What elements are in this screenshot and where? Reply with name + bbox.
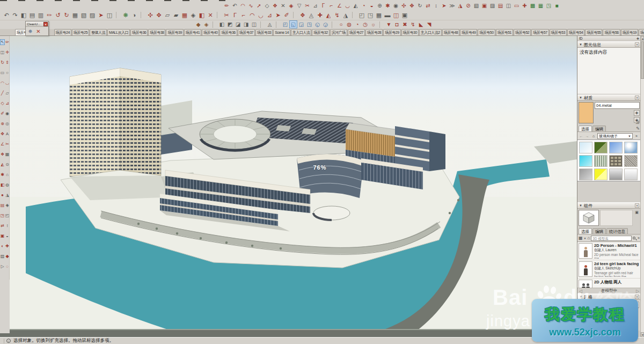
tool-icon[interactable]: ◧ xyxy=(197,11,206,20)
tool-icon[interactable]: ◶ xyxy=(321,20,330,28)
tool-icon[interactable]: ∠ xyxy=(335,2,343,10)
entity-info-header[interactable]: ▼ 图元信息 ▾ xyxy=(577,41,641,48)
draw-tool-icon[interactable]: ▤ xyxy=(1,203,5,208)
tool-icon[interactable]: ◇ xyxy=(263,2,271,10)
tool-icon[interactable]: ☼ xyxy=(369,20,377,28)
tool-icon[interactable]: ◮ xyxy=(341,11,350,20)
scroll-down-icon[interactable]: ▼ xyxy=(641,332,644,337)
details-arrow-icon[interactable]: » xyxy=(633,133,640,139)
create-material-icon[interactable]: ✚ xyxy=(634,110,640,116)
tool-icon[interactable]: ∿ xyxy=(247,2,255,10)
tool-icon[interactable]: ◆ xyxy=(194,20,202,28)
tray-titlebar[interactable]: ID ✚ xyxy=(577,36,641,41)
material-swatch[interactable] xyxy=(609,142,623,153)
tool-icon[interactable]: ✏ xyxy=(45,11,54,20)
scene-tab[interactable]: 主入口人流2 xyxy=(419,29,442,35)
draw-tool-icon[interactable]: ⌂ xyxy=(6,172,9,177)
tool-icon[interactable]: ✕ xyxy=(279,2,287,10)
draw-tool-icon[interactable]: ◫ xyxy=(1,50,5,55)
tool-icon[interactable]: ▤ xyxy=(496,2,504,10)
draw-tool-icon[interactable]: ◮ xyxy=(5,193,9,197)
tool-icon[interactable]: ◑ xyxy=(130,11,138,20)
components-header[interactable]: ▼ 组件 ▾ xyxy=(577,202,641,209)
scene-tab[interactable]: 场景号25 xyxy=(72,29,89,35)
draw-tool-icon[interactable]: ● xyxy=(1,193,4,197)
material-name-field[interactable]: 04.metal xyxy=(595,102,640,109)
draw-tool-icon[interactable]: ◠ xyxy=(1,80,4,85)
tool-icon[interactable]: ◵ xyxy=(313,20,321,28)
tool-icon[interactable]: ↯ xyxy=(333,11,341,20)
page-prev-icon[interactable]: ◁ xyxy=(577,289,584,294)
tool-icon[interactable]: ◍ xyxy=(345,20,353,28)
tool-icon[interactable]: ▣ xyxy=(480,2,488,10)
draw-tool-icon[interactable]: ◇ xyxy=(1,101,4,106)
tool-icon[interactable]: ↷ xyxy=(11,11,19,20)
materials-tab-select[interactable]: 选择 xyxy=(579,126,592,131)
tool-icon[interactable]: ◉ xyxy=(392,2,400,10)
draw-tool-icon[interactable]: ◌ xyxy=(6,264,9,269)
component-list-item[interactable]: 2D Person - Michael#1创建人 Lauren2D person… xyxy=(577,242,641,260)
tool-icon[interactable]: ◔ xyxy=(360,2,368,10)
components-search-input[interactable]: 3D 模型库 xyxy=(591,236,632,241)
tool-icon[interactable]: ▱ xyxy=(163,11,172,20)
scene-tab[interactable]: 场景号39 xyxy=(166,29,183,35)
tool-icon[interactable]: ◰ xyxy=(357,11,366,20)
tool-icon[interactable]: ◮ xyxy=(456,2,464,10)
tool-icon[interactable]: ➤ xyxy=(97,11,105,20)
tool-icon[interactable]: ✥ xyxy=(408,2,416,10)
scene-tab[interactable]: 场景号54 xyxy=(567,29,584,35)
tool-icon[interactable]: ⊿ xyxy=(265,11,274,20)
scene-tab[interactable]: 场景号32 xyxy=(312,29,329,35)
tool-icon[interactable]: ➤ xyxy=(274,11,282,20)
material-swatch[interactable] xyxy=(609,169,623,180)
tool-icon[interactable]: ◘ xyxy=(393,20,401,28)
scene-tab[interactable]: 场景号19 xyxy=(621,29,638,35)
tool-icon[interactable]: ▦ xyxy=(180,11,189,20)
tool-icon[interactable]: ✕ xyxy=(206,11,215,20)
scene-tab[interactable]: Scene 14 xyxy=(273,29,290,35)
tool-icon[interactable]: ▣ xyxy=(400,11,409,20)
tool-icon[interactable]: ✣ xyxy=(146,11,155,20)
material-swatch[interactable] xyxy=(609,155,623,167)
materials-tab-edit[interactable]: 编辑 xyxy=(592,126,606,131)
tool-icon[interactable]: ◈ xyxy=(202,20,210,28)
draw-tool-icon[interactable]: ▱ xyxy=(5,91,9,96)
draw-tool-icon[interactable]: ↻ xyxy=(1,60,4,65)
draw-tool-icon[interactable]: ◭ xyxy=(1,162,4,167)
tool-icon[interactable]: ◔ xyxy=(353,20,361,28)
details-arrow-icon[interactable]: » xyxy=(638,236,640,240)
scene-tab[interactable]: 场景号38 xyxy=(148,29,165,35)
tool-icon[interactable]: ◒ xyxy=(368,2,376,10)
tool-icon[interactable]: ◪ xyxy=(234,20,242,28)
draw-tool-icon[interactable]: ⊙ xyxy=(5,162,9,167)
draw-tool-icon[interactable]: ✱ xyxy=(1,172,4,177)
draw-tool-icon[interactable]: ▣ xyxy=(1,233,5,238)
tool-icon[interactable]: ⌐ xyxy=(239,11,248,20)
tool-icon[interactable]: ▦ xyxy=(537,2,545,10)
cleanup-tool-icon[interactable]: ✕ xyxy=(35,28,42,35)
scene-tab[interactable]: 场景号51 xyxy=(496,29,513,35)
tool-icon[interactable]: ◫ xyxy=(392,11,400,20)
scene-tab[interactable]: 场景号40 xyxy=(202,29,219,35)
tool-icon[interactable]: ◠ xyxy=(248,11,257,20)
draw-tool-icon[interactable]: ◆ xyxy=(5,254,9,259)
tool-icon[interactable]: Γ xyxy=(231,11,239,20)
model-viewport[interactable]: 76% xyxy=(10,36,577,337)
tool-icon[interactable]: ◠ xyxy=(239,2,247,10)
tool-icon[interactable]: ◣ xyxy=(417,20,425,28)
tool-icon[interactable]: ❋ xyxy=(121,11,130,20)
draw-tool-icon[interactable]: ✛ xyxy=(5,50,9,55)
tool-icon[interactable]: ↺ xyxy=(54,11,62,20)
scene-tab[interactable]: 滨河广场 xyxy=(330,29,347,35)
tool-icon[interactable]: ✱ xyxy=(384,2,392,10)
draw-tool-icon[interactable]: ╱ xyxy=(1,91,4,96)
materials-header[interactable]: ▼ 材质 ▾ xyxy=(577,94,641,101)
tool-icon[interactable]: ↻ xyxy=(416,2,424,10)
back-arrow-icon[interactable]: ← xyxy=(579,133,584,139)
tool-icon[interactable]: ❖ xyxy=(298,11,307,20)
draw-tool-icon[interactable]: ✐ xyxy=(1,111,4,116)
draw-tool-icon[interactable]: ▦ xyxy=(5,152,10,157)
forward-arrow-icon[interactable]: → xyxy=(584,133,590,139)
tool-icon[interactable]: ▧ xyxy=(79,11,88,20)
scene-tab[interactable]: 场景号21 xyxy=(639,29,644,35)
